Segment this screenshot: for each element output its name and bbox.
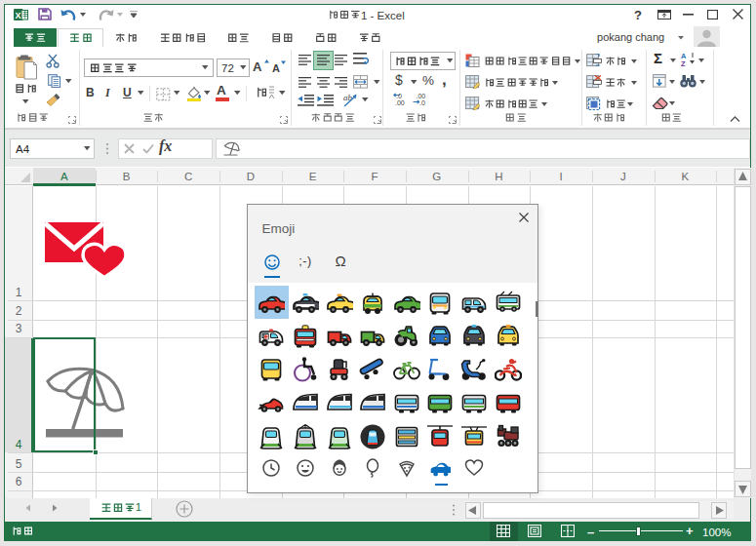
svg-text:.0: .0 <box>419 99 425 105</box>
svg-text:ab: ab <box>343 93 353 102</box>
svg-text:.00: .00 <box>417 93 426 99</box>
svg-text:.0: .0 <box>396 93 402 99</box>
svg-text:X: X <box>16 11 21 20</box>
svg-text:.00: .00 <box>395 99 405 105</box>
svg-text:Z: Z <box>681 59 686 66</box>
